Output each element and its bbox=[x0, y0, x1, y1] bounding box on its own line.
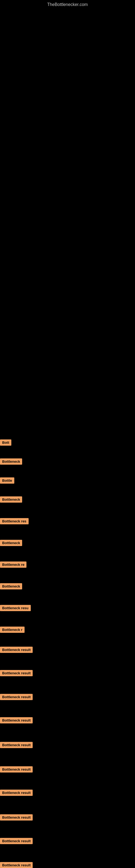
bottleneck-result-row-14: Bottleneck result bbox=[0, 717, 33, 724]
bottleneck-result-row-1: Bott bbox=[0, 439, 11, 447]
bottleneck-result-row-19: Bottleneck result bbox=[0, 838, 33, 845]
bottleneck-result-label: Bottleneck result bbox=[0, 789, 33, 796]
bottleneck-result-label: Bottleneck r bbox=[0, 627, 25, 633]
bottleneck-result-label: Bottleneck result bbox=[0, 717, 33, 723]
bottleneck-result-label: Bottleneck result bbox=[0, 862, 33, 868]
bottleneck-result-row-8: Bottleneck bbox=[0, 583, 22, 590]
bottleneck-result-row-15: Bottleneck result bbox=[0, 742, 33, 749]
bottleneck-result-label: Bottleneck result bbox=[0, 647, 33, 653]
bottleneck-result-label: Bottle bbox=[0, 477, 14, 484]
bottleneck-result-row-13: Bottleneck result bbox=[0, 694, 33, 701]
bottleneck-result-label: Bott bbox=[0, 439, 11, 446]
bottleneck-result-label: Bottleneck result bbox=[0, 838, 33, 844]
bottleneck-result-row-3: Bottle bbox=[0, 477, 14, 485]
bottleneck-result-row-12: Bottleneck result bbox=[0, 670, 33, 677]
bottleneck-result-row-17: Bottleneck result bbox=[0, 789, 33, 797]
bottleneck-result-label: Bottleneck bbox=[0, 540, 22, 546]
bottleneck-result-label: Bottleneck result bbox=[0, 766, 33, 773]
bottleneck-result-label: Bottleneck result bbox=[0, 742, 33, 748]
bottleneck-result-label: Bottleneck result bbox=[0, 814, 33, 820]
bottleneck-result-row-10: Bottleneck r bbox=[0, 627, 25, 634]
bottleneck-result-label: Bottleneck bbox=[0, 583, 22, 589]
bottleneck-result-row-7: Bottleneck re bbox=[0, 561, 27, 569]
bottleneck-result-label: Bottleneck result bbox=[0, 670, 33, 676]
bottleneck-result-row-4: Bottleneck bbox=[0, 496, 22, 504]
bottleneck-result-row-9: Bottleneck resu bbox=[0, 605, 31, 612]
site-title: TheBottlenecker.com bbox=[0, 0, 135, 8]
bottleneck-result-row-18: Bottleneck result bbox=[0, 814, 33, 822]
bottleneck-result-row-11: Bottleneck result bbox=[0, 647, 33, 654]
bottleneck-result-row-2: Bottleneck bbox=[0, 458, 22, 466]
bottleneck-result-label: Bottleneck bbox=[0, 458, 22, 465]
bottleneck-result-row-16: Bottleneck result bbox=[0, 766, 33, 774]
bottleneck-result-label: Bottleneck result bbox=[0, 694, 33, 700]
bottleneck-result-row-5: Bottleneck res bbox=[0, 518, 29, 525]
bottleneck-result-label: Bottleneck resu bbox=[0, 605, 31, 611]
bottleneck-result-label: Bottleneck bbox=[0, 496, 22, 503]
bottleneck-result-label: Bottleneck res bbox=[0, 518, 29, 524]
bottleneck-result-row-6: Bottleneck bbox=[0, 540, 22, 547]
bottleneck-result-label: Bottleneck re bbox=[0, 561, 27, 568]
bottleneck-result-row-20: Bottleneck result bbox=[0, 862, 33, 868]
